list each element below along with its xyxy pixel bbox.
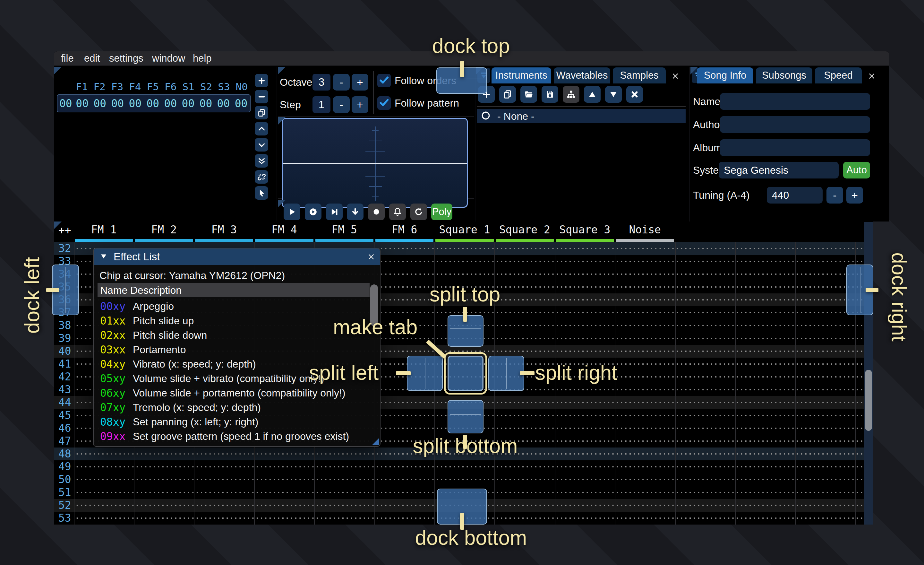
auto-button[interactable]: Auto bbox=[843, 162, 870, 179]
orders-cell-N0[interactable]: 00 bbox=[232, 97, 250, 110]
channel-header-square-2[interactable]: Square 2 bbox=[495, 222, 555, 237]
system-field[interactable]: Sega Genesis bbox=[718, 162, 838, 179]
instrument-move-down-button[interactable] bbox=[605, 86, 622, 103]
octave-plus-button[interactable]: + bbox=[352, 74, 368, 90]
tuning-field[interactable]: 440 bbox=[767, 187, 823, 204]
menu-item-edit[interactable]: edit bbox=[82, 51, 102, 66]
song-info-close-icon[interactable] bbox=[866, 71, 877, 81]
effect-list-close-icon[interactable] bbox=[366, 251, 376, 262]
orders-move-down-button[interactable] bbox=[255, 138, 268, 152]
step-value[interactable]: 1 bbox=[312, 96, 330, 113]
orders-selected-row[interactable]: 0000000000000000000000 bbox=[57, 95, 250, 112]
orders-column-F1[interactable]: F1 bbox=[73, 81, 90, 92]
osc-tick bbox=[365, 151, 386, 152]
follow-orders-checkbox[interactable] bbox=[377, 74, 391, 87]
play-one-row-button[interactable] bbox=[326, 204, 343, 220]
orders-cell-F2[interactable]: 00 bbox=[91, 97, 109, 110]
tab-samples[interactable]: Samples bbox=[613, 68, 666, 83]
channel-header-square-1[interactable]: Square 1 bbox=[434, 222, 494, 237]
tuning-plus-button[interactable]: + bbox=[846, 187, 863, 204]
orders-cell-S3[interactable]: 00 bbox=[214, 97, 232, 110]
instrument-move-up-button[interactable] bbox=[584, 86, 601, 103]
menu-item-help[interactable]: help bbox=[191, 51, 214, 66]
orders-cell-F4[interactable]: 00 bbox=[126, 97, 144, 110]
instrument-list-item[interactable]: - None - bbox=[477, 109, 686, 123]
tab-speed[interactable]: Speed bbox=[815, 68, 862, 83]
menu-item-window[interactable]: window bbox=[150, 51, 187, 66]
tab-wavetables[interactable]: Wavetables bbox=[554, 68, 610, 83]
metronome-button[interactable] bbox=[389, 204, 406, 220]
octave-minus-button[interactable]: - bbox=[333, 74, 350, 90]
orders-column-F5[interactable]: F5 bbox=[144, 81, 162, 92]
effect-code: 09xx bbox=[100, 430, 133, 443]
tab-instruments[interactable]: Instruments bbox=[492, 68, 551, 83]
split-bottom-target[interactable] bbox=[448, 400, 483, 433]
orders-column-S3[interactable]: S3 bbox=[215, 81, 232, 92]
name-field[interactable] bbox=[720, 93, 870, 110]
repeat-pattern-button[interactable] bbox=[410, 204, 427, 220]
menu-item-file[interactable]: file bbox=[59, 51, 76, 66]
orders-cell-F6[interactable]: 00 bbox=[162, 97, 179, 110]
orders-cell-S1[interactable]: 00 bbox=[179, 97, 197, 110]
channel-header-fm-1[interactable]: FM 1 bbox=[74, 222, 134, 237]
channel-header-fm-4[interactable]: FM 4 bbox=[254, 222, 314, 237]
row-number: 32 bbox=[58, 242, 71, 255]
channel-header-fm-3[interactable]: FM 3 bbox=[194, 222, 254, 237]
resize-grip[interactable] bbox=[372, 438, 379, 445]
orders-duplicate-end-button[interactable] bbox=[255, 154, 268, 168]
channel-header-square-3[interactable]: Square 3 bbox=[555, 222, 615, 237]
menu-item-settings[interactable]: settings bbox=[107, 51, 146, 66]
channel-header-fm-5[interactable]: FM 5 bbox=[314, 222, 374, 237]
instruments-close-icon[interactable] bbox=[670, 71, 681, 81]
orders-duplicate-button[interactable] bbox=[255, 106, 268, 119]
orders-deep-clone-button[interactable] bbox=[255, 170, 268, 183]
tuning-minus-button[interactable]: - bbox=[826, 187, 843, 204]
orders-cell-S2[interactable]: 00 bbox=[197, 97, 214, 110]
instrument-toggle-folders-button[interactable] bbox=[563, 86, 579, 103]
pattern-scrollbar-thumb[interactable] bbox=[865, 370, 872, 431]
orders-column-N0[interactable]: N0 bbox=[233, 81, 250, 92]
orders-column-F4[interactable]: F4 bbox=[126, 81, 144, 92]
play-from-beginning-button[interactable] bbox=[305, 204, 321, 220]
row-number: 50 bbox=[58, 473, 71, 486]
panel-separator[interactable] bbox=[276, 67, 277, 221]
orders-add-button[interactable] bbox=[255, 74, 268, 87]
split-left-target[interactable] bbox=[407, 356, 443, 391]
channel-header-noise[interactable]: Noise bbox=[615, 222, 675, 237]
orders-column-F3[interactable]: F3 bbox=[108, 81, 126, 92]
author-field[interactable] bbox=[720, 116, 870, 133]
instrument-duplicate-button[interactable] bbox=[499, 86, 516, 103]
collapse-icon[interactable] bbox=[99, 252, 108, 261]
orders-column-F2[interactable]: F2 bbox=[90, 81, 108, 92]
instrument-save-button[interactable] bbox=[542, 86, 558, 103]
play-button[interactable] bbox=[284, 204, 300, 220]
orders-cell-F3[interactable]: 00 bbox=[109, 97, 126, 110]
orders-column-S1[interactable]: S1 bbox=[179, 81, 197, 92]
record-button[interactable] bbox=[368, 204, 385, 220]
orders-cell-F1[interactable]: 00 bbox=[74, 97, 91, 110]
instrument-delete-button[interactable] bbox=[626, 86, 643, 103]
instrument-open-button[interactable] bbox=[520, 86, 537, 103]
tab-subsongs[interactable]: Subsongs bbox=[756, 68, 812, 83]
poly-button[interactable]: Poly bbox=[431, 204, 452, 220]
step-row-button[interactable] bbox=[347, 204, 363, 220]
channel-header-fm-6[interactable]: FM 6 bbox=[374, 222, 434, 237]
orders-cell-F5[interactable]: 00 bbox=[144, 97, 162, 110]
orders-column-S2[interactable]: S2 bbox=[197, 81, 215, 92]
annotation-split-left: split left bbox=[309, 361, 379, 385]
orders-move-up-button[interactable] bbox=[255, 122, 268, 135]
orders-remove-button[interactable] bbox=[255, 90, 268, 104]
channel-header-fm-2[interactable]: FM 2 bbox=[134, 222, 194, 237]
panel-separator[interactable] bbox=[689, 67, 690, 221]
octave-value[interactable]: 3 bbox=[312, 74, 330, 90]
step-minus-button[interactable]: - bbox=[333, 96, 350, 113]
step-plus-button[interactable]: + bbox=[352, 96, 368, 113]
orders-order-edit-mode-button[interactable] bbox=[255, 186, 268, 200]
orders-column-F6[interactable]: F6 bbox=[162, 81, 179, 92]
follow-pattern-checkbox[interactable] bbox=[377, 96, 391, 110]
tab-song-info[interactable]: Song Info bbox=[697, 68, 753, 83]
album-field[interactable] bbox=[720, 139, 870, 156]
effect-table-header[interactable]: Name Description bbox=[98, 283, 370, 297]
split-right-target[interactable] bbox=[488, 356, 524, 391]
effect-list-titlebar[interactable]: Effect List bbox=[94, 248, 380, 265]
